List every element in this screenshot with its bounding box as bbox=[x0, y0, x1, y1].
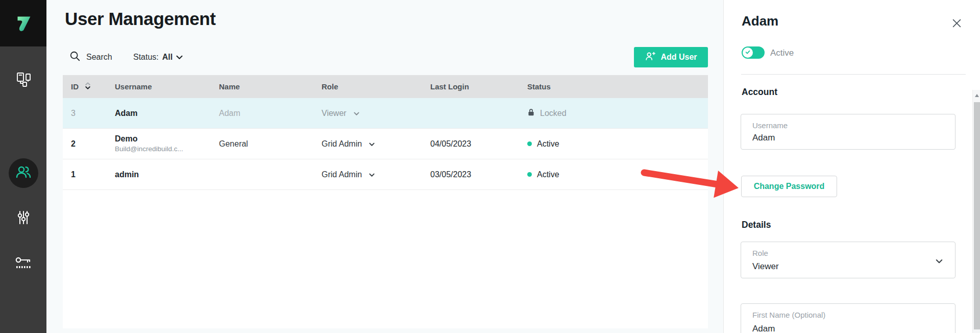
role-value: Grid Admin bbox=[322, 139, 362, 149]
column-header-status: Status bbox=[527, 82, 708, 91]
incredibuild-logo-icon bbox=[12, 11, 35, 36]
search-label: Search bbox=[86, 53, 112, 62]
role-dropdown[interactable]: Grid Admin bbox=[322, 170, 375, 179]
cell-username: admin bbox=[115, 170, 219, 179]
active-status-dot-icon bbox=[527, 141, 532, 146]
active-nav-highlight bbox=[9, 158, 38, 188]
cell-last-login: 03/05/2023 bbox=[430, 170, 527, 179]
network-computers-icon bbox=[15, 71, 32, 90]
change-password-button[interactable]: Change Password bbox=[741, 176, 837, 197]
check-icon bbox=[745, 48, 751, 57]
role-dropdown[interactable]: Viewer bbox=[322, 109, 359, 118]
role-dropdown[interactable]: Grid Admin bbox=[322, 139, 375, 149]
username-field[interactable]: Username Adam bbox=[741, 114, 955, 150]
user-management-screen: User Management Search Status: All Add U… bbox=[0, 0, 980, 333]
active-toggle-label: Active bbox=[770, 48, 794, 58]
add-user-label: Add User bbox=[660, 53, 697, 62]
users-table: ID Username Name Role Last Login Status … bbox=[63, 75, 708, 328]
scrollbar-thumb[interactable] bbox=[974, 102, 980, 329]
toggle-knob bbox=[743, 47, 753, 58]
chevron-down-icon bbox=[369, 139, 375, 149]
column-header-last-login: Last Login bbox=[430, 82, 527, 91]
lock-icon bbox=[527, 108, 535, 118]
username-field-value: Adam bbox=[752, 133, 775, 143]
users-icon bbox=[14, 163, 33, 183]
sort-icon[interactable] bbox=[85, 82, 91, 91]
app-logo bbox=[0, 0, 46, 46]
chevron-down-icon bbox=[936, 257, 943, 266]
page-title: User Management bbox=[65, 9, 215, 29]
cell-username: Adam bbox=[115, 109, 219, 118]
cell-email: Build@incredibuild.c... bbox=[115, 145, 183, 154]
chevron-down-icon bbox=[369, 170, 375, 179]
column-header-role: Role bbox=[322, 82, 430, 91]
sidebar bbox=[0, 46, 46, 333]
panel-scrollbar[interactable] bbox=[972, 90, 980, 333]
role-select-label: Role bbox=[752, 249, 768, 257]
sliders-icon bbox=[15, 209, 32, 228]
table-row-demo[interactable]: 2 Demo Build@incredibuild.c... General G… bbox=[63, 129, 708, 159]
cell-name: General bbox=[219, 139, 322, 149]
role-select[interactable]: Role Viewer bbox=[741, 242, 955, 278]
sidebar-item-agents[interactable] bbox=[0, 63, 46, 98]
panel-title: Adam bbox=[742, 13, 778, 29]
column-header-username: Username bbox=[115, 82, 219, 91]
first-name-field-label: First Name (Optional) bbox=[752, 311, 825, 319]
search-icon bbox=[69, 51, 81, 64]
status-badge: Locked bbox=[540, 109, 567, 118]
search-control[interactable]: Search bbox=[69, 51, 112, 64]
status-badge: Active bbox=[537, 170, 559, 179]
cell-id: 2 bbox=[63, 139, 115, 149]
account-section-heading: Account bbox=[742, 87, 777, 98]
column-header-name: Name bbox=[219, 82, 322, 91]
table-header-row: ID Username Name Role Last Login Status bbox=[63, 75, 708, 98]
chevron-down-icon bbox=[176, 53, 183, 62]
details-section-heading: Details bbox=[742, 220, 771, 230]
cell-name: Adam bbox=[219, 109, 322, 118]
add-user-icon bbox=[645, 51, 656, 64]
cell-id: 1 bbox=[63, 170, 115, 179]
role-value: Grid Admin bbox=[322, 170, 362, 179]
table-row-adam[interactable]: 3 Adam Adam Viewer Lock bbox=[63, 98, 708, 129]
role-select-value: Viewer bbox=[752, 261, 779, 272]
first-name-field-value: Adam bbox=[752, 324, 775, 333]
column-header-id: ID bbox=[71, 82, 79, 91]
add-user-button[interactable]: Add User bbox=[634, 47, 708, 67]
cell-last-login: 04/05/2023 bbox=[430, 139, 527, 149]
active-status-dot-icon bbox=[527, 172, 532, 177]
status-filter-label: Status: bbox=[133, 53, 159, 62]
first-name-field[interactable]: First Name (Optional) Adam bbox=[741, 303, 955, 333]
username-field-label: Username bbox=[752, 121, 788, 130]
status-filter-value: All bbox=[162, 53, 173, 62]
role-value: Viewer bbox=[322, 109, 347, 118]
status-badge: Active bbox=[537, 139, 559, 149]
active-toggle[interactable] bbox=[742, 46, 765, 59]
scrollbar-up-arrow-icon[interactable] bbox=[975, 94, 979, 97]
table-row-admin[interactable]: 1 admin Grid Admin 03/05/2023 Active bbox=[63, 159, 708, 190]
user-detail-panel: Adam Active Account Username Adam Chan bbox=[723, 0, 980, 333]
close-icon bbox=[952, 19, 961, 30]
sidebar-item-settings[interactable] bbox=[0, 201, 46, 236]
key-icon bbox=[14, 255, 33, 273]
cell-username: Demo bbox=[115, 134, 183, 145]
divider bbox=[741, 74, 966, 75]
sidebar-item-license[interactable] bbox=[0, 247, 46, 281]
chevron-down-icon bbox=[354, 109, 359, 118]
cell-id: 3 bbox=[63, 109, 115, 118]
sidebar-item-users[interactable] bbox=[0, 156, 46, 191]
status-filter-dropdown[interactable]: Status: All bbox=[133, 51, 183, 64]
close-panel-button[interactable] bbox=[951, 19, 962, 29]
